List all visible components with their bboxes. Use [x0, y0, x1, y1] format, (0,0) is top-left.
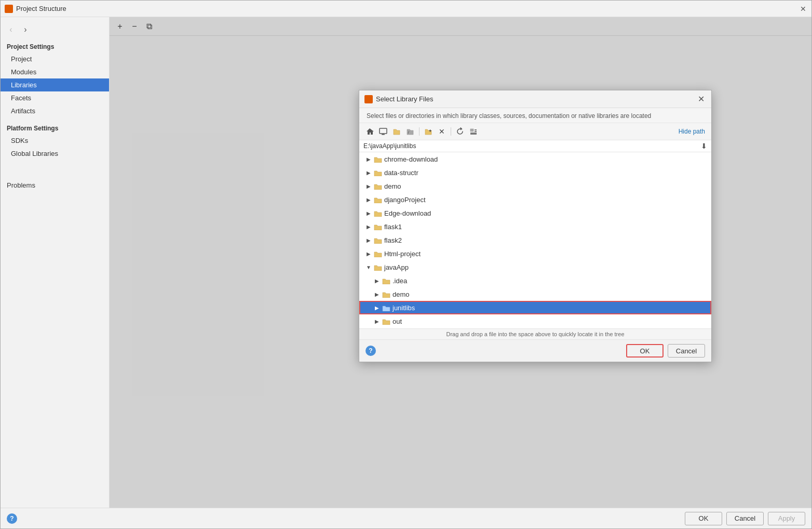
dialog-cancel-button[interactable]: Cancel: [668, 344, 705, 358]
sidebar-item-global-libraries[interactable]: Global Libraries: [1, 147, 109, 160]
title-bar: Project Structure ✕: [1, 1, 811, 17]
dialog-title: Select Library Files: [376, 95, 696, 103]
svg-rect-5: [470, 129, 473, 131]
tree-item-chrome-download[interactable]: ▶ chrome-download: [359, 152, 711, 166]
dialog-overlay: Select Library Files ✕ Select files or d…: [110, 17, 811, 508]
expand-arrow: ▶: [363, 167, 374, 178]
folder-icon: [374, 156, 382, 163]
toolbar-separator: [419, 127, 419, 136]
folder-button[interactable]: [390, 125, 403, 138]
tree-item-label: junitlibs: [393, 304, 415, 312]
root-folder-button[interactable]: /: [404, 125, 416, 138]
folder-icon: [382, 305, 390, 311]
sidebar-divider: [1, 117, 109, 122]
select-library-dialog: Select Library Files ✕ Select files or d…: [359, 90, 712, 362]
expand-arrow: ▶: [363, 208, 374, 218]
close-button[interactable]: ✕: [799, 5, 807, 13]
sidebar-item-facets[interactable]: Facets: [1, 91, 109, 104]
tree-item-label: Html-project: [384, 250, 421, 258]
window-title: Project Structure: [16, 5, 799, 12]
expand-arrow: ▶: [372, 302, 382, 313]
tree-item-label: out: [393, 318, 402, 325]
svg-text:+: +: [429, 128, 431, 134]
folder-icon: [374, 169, 382, 176]
tree-item-label: djangoProject: [384, 196, 426, 204]
tree-item-html-project[interactable]: ▶ Html-project: [359, 247, 711, 260]
dialog-title-bar: Select Library Files ✕: [359, 90, 711, 108]
dialog-ok-button[interactable]: OK: [626, 344, 664, 358]
sidebar-item-modules[interactable]: Modules: [1, 65, 109, 78]
file-tree[interactable]: ▶ chrome-download ▶ data-: [359, 152, 711, 329]
help-button[interactable]: ?: [7, 513, 17, 524]
tree-item-out[interactable]: ▶ out: [359, 314, 711, 328]
desktop-button[interactable]: [377, 125, 389, 138]
tree-item-label: data-structr: [384, 169, 418, 177]
tree-item-edge-download[interactable]: ▶ Edge-download: [359, 206, 711, 220]
expand-arrow: ▶: [372, 316, 382, 326]
tree-item-demo-javaapp[interactable]: ▶ demo: [359, 287, 711, 301]
tree-item-label: flask2: [384, 236, 402, 244]
new-folder-button[interactable]: +: [422, 125, 435, 138]
path-input[interactable]: [363, 142, 701, 150]
delete-button[interactable]: ✕: [436, 125, 448, 138]
folder-icon: [374, 237, 382, 244]
download-icon[interactable]: ⬇: [701, 142, 707, 150]
tree-item-data-structr[interactable]: ▶ data-structr: [359, 166, 711, 179]
app-icon: [5, 5, 13, 13]
dialog-subtitle: Select files or directories in which lib…: [359, 108, 711, 123]
home-button[interactable]: [363, 125, 376, 138]
sidebar-item-artifacts[interactable]: Artifacts: [1, 104, 109, 117]
back-button[interactable]: ‹: [5, 23, 17, 36]
dialog-help-button[interactable]: ?: [366, 346, 376, 356]
expand-arrow: ▶: [363, 181, 374, 191]
tree-item-label: chrome-download: [384, 155, 438, 163]
tree-item-javaapp[interactable]: ▼ javaApp: [359, 260, 711, 274]
hide-path-button[interactable]: Hide path: [676, 127, 707, 136]
forward-button[interactable]: ›: [19, 23, 32, 36]
tree-item-idea[interactable]: ▶ .idea: [359, 274, 711, 287]
expand-arrow: ▶: [363, 154, 374, 164]
expand-arrow: ▶: [363, 221, 374, 232]
dialog-toolbar: / + ✕: [359, 123, 711, 140]
folder-icon: [374, 183, 382, 190]
path-bar: ⬇: [359, 140, 711, 152]
tree-item-demo-root[interactable]: ▶ demo: [359, 179, 711, 193]
folder-icon: [374, 210, 382, 217]
expand-arrow: ▶: [363, 248, 374, 259]
tree-item-flask2[interactable]: ▶ flask2: [359, 233, 711, 247]
expand-arrow: ▶: [372, 275, 382, 286]
expand-arrow: ▶: [363, 194, 374, 205]
dialog-bottom: ? OK Cancel: [359, 340, 711, 362]
project-settings-header: Project Settings: [1, 40, 109, 52]
sidebar-item-project[interactable]: Project: [1, 52, 109, 65]
folder-icon: [374, 196, 382, 203]
folder-icon: [382, 291, 390, 298]
tree-item-label: javaApp: [384, 263, 409, 271]
expand-arrow: ▼: [363, 262, 374, 272]
toolbar-separator-2: [451, 127, 451, 136]
apply-button[interactable]: Apply: [768, 512, 805, 525]
platform-settings-header: Platform Settings: [1, 122, 109, 134]
dialog-app-icon: [364, 95, 373, 103]
sidebar-nav: ‹ ›: [1, 21, 109, 40]
details-button[interactable]: [467, 125, 480, 138]
tree-item-flask1[interactable]: ▶ flask1: [359, 220, 711, 233]
sidebar-item-problems[interactable]: Problems: [1, 179, 109, 192]
bottom-bar: ? OK Cancel Apply: [1, 508, 811, 528]
refresh-button[interactable]: [454, 125, 466, 138]
tree-item-label: .idea: [393, 277, 407, 285]
tree-item-label: demo: [393, 290, 410, 298]
svg-rect-0: [380, 128, 387, 134]
tree-item-djangoproject[interactable]: ▶ djangoProject: [359, 193, 711, 206]
cancel-button[interactable]: Cancel: [726, 512, 764, 525]
tree-item-label: Edge-download: [384, 209, 431, 217]
ok-button[interactable]: OK: [685, 512, 722, 525]
svg-text:/: /: [408, 130, 409, 134]
sidebar: ‹ › Project Settings Project Modules Lib…: [1, 17, 110, 508]
main-window: Project Structure ✕ ‹ › Project Settings…: [0, 0, 812, 529]
dialog-close-button[interactable]: ✕: [696, 94, 706, 104]
tree-item-junitlibs[interactable]: ▶ junitlibs: [359, 301, 711, 314]
sidebar-item-sdks[interactable]: SDKs: [1, 134, 109, 147]
folder-icon: [382, 277, 390, 284]
sidebar-item-libraries[interactable]: Libraries: [1, 78, 109, 91]
